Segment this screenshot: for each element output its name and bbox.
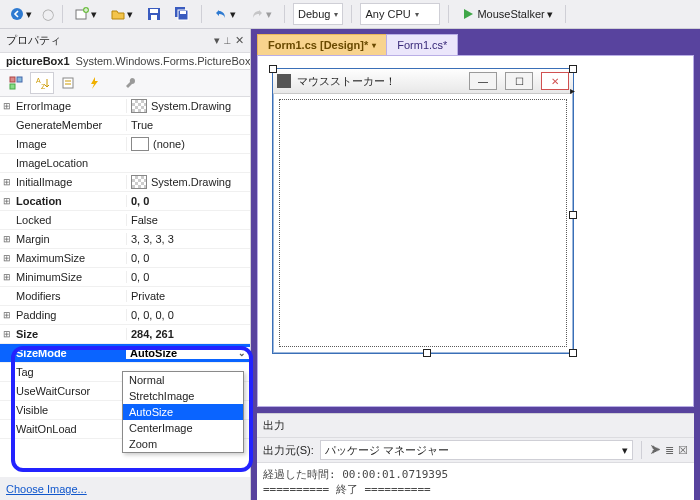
svg-rect-10 [17, 77, 22, 82]
main-toolbar: ▾ ◯ ▾ ▾ ▾ ▾ Debug▾ Any CPU▾ MouseStalker… [0, 0, 700, 29]
properties-button[interactable] [56, 72, 80, 94]
property-row-errorimage[interactable]: ⊞ErrorImageSystem.Drawing [0, 97, 250, 116]
property-row-padding[interactable]: ⊞Padding0, 0, 0, 0 [0, 306, 250, 325]
maximize-icon[interactable]: ☐ [505, 72, 533, 90]
image-swatch-icon [131, 175, 147, 189]
property-row-sizemode[interactable]: SizeModeAutoSize⌄ [0, 344, 250, 363]
property-row-image[interactable]: Image(none) [0, 135, 250, 154]
nav-fwd-button: ◯ [42, 8, 54, 21]
document-tabs: Form1.cs [Design]* ▾Form1.cs* [251, 29, 700, 55]
events-button[interactable] [82, 72, 106, 94]
editor-area: Form1.cs [Design]* ▾Form1.cs* マウスストーカー！ … [251, 29, 700, 500]
svg-rect-5 [151, 15, 157, 20]
property-row-modifiers[interactable]: ModifiersPrivate [0, 287, 250, 306]
sizemode-option-stretchimage[interactable]: StretchImage [123, 388, 243, 404]
svg-rect-4 [150, 9, 158, 13]
property-row-minimumsize[interactable]: ⊞MinimumSize0, 0 [0, 268, 250, 287]
resize-handle[interactable] [569, 65, 577, 73]
resize-handle[interactable] [569, 349, 577, 357]
form-title: マウスストーカー！ [297, 74, 461, 89]
clear-icon[interactable]: ☒ [678, 444, 688, 457]
svg-rect-8 [180, 11, 186, 14]
sizemode-option-zoom[interactable]: Zoom [123, 436, 243, 452]
picturebox-control[interactable] [279, 99, 567, 347]
document-tab[interactable]: Form1.cs* [386, 34, 458, 55]
find-icon[interactable]: ⮞ [650, 444, 661, 457]
chevron-down-icon: ▾ [26, 8, 32, 21]
property-row-margin[interactable]: ⊞Margin3, 3, 3, 3 [0, 230, 250, 249]
close-icon[interactable]: ✕ [541, 72, 569, 90]
minimize-icon[interactable]: — [469, 72, 497, 90]
property-row-generatemember[interactable]: GenerateMemberTrue [0, 116, 250, 135]
empty-box-icon [131, 137, 149, 151]
sizemode-dropdown: NormalStretchImageAutoSizeCenterImageZoo… [122, 371, 244, 453]
svg-text:Z: Z [41, 83, 46, 90]
designer-surface[interactable]: マウスストーカー！ — ☐ ✕ ▸ [257, 55, 694, 407]
platform-dropdown[interactable]: Any CPU▾ [360, 3, 440, 25]
property-row-size[interactable]: ⊞Size284, 261 [0, 325, 250, 344]
chevron-down-icon[interactable]: ▾ [214, 34, 220, 47]
sizemode-option-centerimage[interactable]: CenterImage [123, 420, 243, 436]
panel-title: プロパティ [6, 33, 214, 48]
property-row-locked[interactable]: LockedFalse [0, 211, 250, 230]
configuration-dropdown[interactable]: Debug▾ [293, 3, 343, 25]
svg-rect-11 [10, 84, 15, 89]
chevron-down-icon[interactable]: ⌄ [238, 348, 246, 358]
svg-rect-9 [10, 77, 15, 82]
alphabetical-button[interactable]: AZ [30, 72, 54, 94]
new-project-button[interactable]: ▾ [71, 5, 101, 23]
property-row-maximumsize[interactable]: ⊞MaximumSize0, 0 [0, 249, 250, 268]
sizemode-option-autosize[interactable]: AutoSize [123, 404, 243, 420]
form-window[interactable]: マウスストーカー！ — ☐ ✕ ▸ [272, 68, 574, 354]
property-pages-button[interactable] [118, 72, 142, 94]
smart-tag-icon[interactable]: ▸ [570, 85, 575, 96]
output-source-label: 出力元(S): [263, 443, 314, 458]
sizemode-option-normal[interactable]: Normal [123, 372, 243, 388]
property-row-initialimage[interactable]: ⊞InitialImageSystem.Drawing [0, 173, 250, 192]
property-row-imagelocation[interactable]: ImageLocation [0, 154, 250, 173]
property-grid-toolbar: AZ [0, 70, 250, 97]
output-panel: 出力 出力元(S): パッケージ マネージャー▾ ⮞ ≣ ☒ 経過した時間: 0… [257, 413, 694, 500]
word-wrap-icon[interactable]: ≣ [665, 444, 674, 457]
object-selector[interactable]: pictureBox1 System.Windows.Forms.Picture… [0, 52, 250, 70]
image-swatch-icon [131, 99, 147, 113]
choose-image-link[interactable]: Choose Image... [0, 477, 250, 500]
resize-handle[interactable] [269, 65, 277, 73]
resize-handle[interactable] [423, 349, 431, 357]
output-text[interactable]: 経過した時間: 00:00:01.0719395 ========== 終了 =… [257, 463, 694, 500]
svg-rect-14 [63, 78, 73, 88]
save-all-button[interactable] [171, 5, 193, 23]
property-row-location[interactable]: ⊞Location0, 0 [0, 192, 250, 211]
nav-back-button[interactable]: ▾ [6, 5, 36, 23]
open-button[interactable]: ▾ [107, 5, 137, 23]
app-icon [277, 74, 291, 88]
categorized-button[interactable] [4, 72, 28, 94]
start-button[interactable]: MouseStalker ▾ [457, 5, 556, 23]
save-button[interactable] [143, 5, 165, 23]
output-title: 出力 [257, 414, 694, 438]
pin-icon[interactable]: ⟂ [224, 34, 231, 47]
document-tab[interactable]: Form1.cs [Design]* ▾ [257, 34, 387, 55]
output-source-dropdown[interactable]: パッケージ マネージャー▾ [320, 440, 633, 460]
redo-button[interactable]: ▾ [246, 5, 276, 23]
undo-button[interactable]: ▾ [210, 5, 240, 23]
svg-point-0 [11, 8, 23, 20]
close-icon[interactable]: ✕ [235, 34, 244, 47]
resize-handle[interactable] [569, 211, 577, 219]
